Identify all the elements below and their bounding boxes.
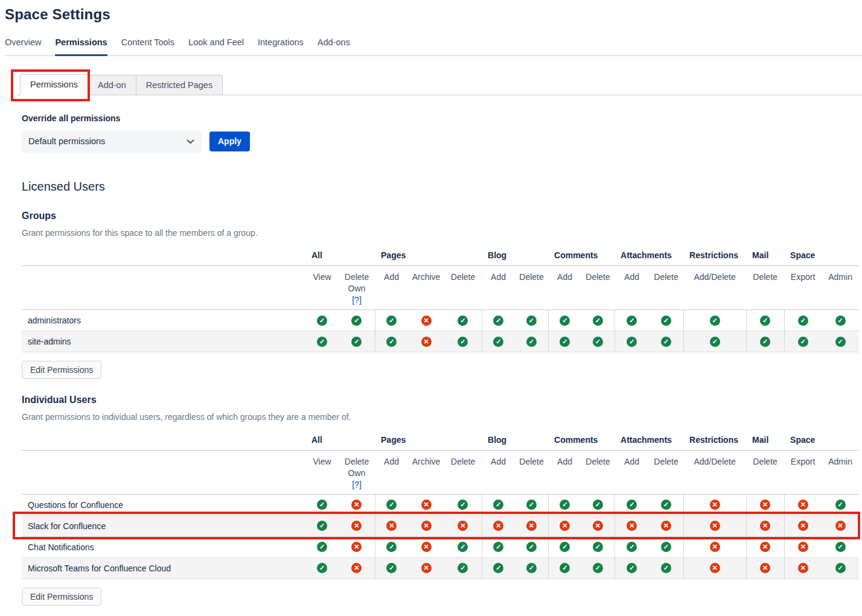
cross-icon: ✕ <box>593 521 603 531</box>
table-row-microsoft-teams-for-confluence-cloud: Microsoft Teams for Confluence Cloud✓✕✓✕… <box>22 557 859 579</box>
edit-individual-permissions-button[interactable]: Edit Permissions <box>22 588 101 606</box>
check-icon: ✓ <box>593 563 603 573</box>
check-icon: ✓ <box>526 500 537 510</box>
permission-cell: ✓ <box>822 331 859 352</box>
check-icon: ✓ <box>627 563 637 573</box>
permission-cell: ✕ <box>444 515 482 536</box>
tab-add-on[interactable]: Add-on <box>88 75 136 95</box>
permissions-dropdown-value: Default permissions <box>28 136 105 146</box>
permission-cell: ✓ <box>375 310 408 331</box>
column-header-add: Add <box>548 266 581 310</box>
permission-cell: ✕ <box>515 515 548 536</box>
permission-cell: ✓ <box>482 494 515 515</box>
cross-icon: ✕ <box>760 542 770 552</box>
annotation-box-permissions-tab <box>11 69 90 101</box>
row-name: Slack for Confluence <box>22 515 305 536</box>
permission-cell: ✓ <box>581 557 615 579</box>
permissions-dropdown[interactable]: Default permissions <box>22 130 202 153</box>
permission-cell: ✓ <box>339 331 375 352</box>
cross-icon: ✕ <box>351 542 362 552</box>
permission-cell: ✓ <box>581 494 615 515</box>
column-group-restrictions: Restrictions <box>683 246 746 266</box>
cross-icon: ✕ <box>627 521 637 531</box>
permission-cell: ✓ <box>746 331 784 352</box>
column-header-delete: Delete <box>444 450 482 494</box>
cross-icon: ✕ <box>526 521 537 531</box>
nav-item-look-and-feel[interactable]: Look and Feel <box>188 37 244 56</box>
check-icon: ✓ <box>458 500 468 510</box>
row-name: site-admins <box>22 331 305 352</box>
name-column-header <box>22 430 305 450</box>
nav-item-integrations[interactable]: Integrations <box>258 37 304 56</box>
delete-own-help-link[interactable]: [?] <box>339 294 375 306</box>
groups-permissions-table: AllPagesBlogCommentsAttachmentsRestricti… <box>22 246 859 353</box>
tab-permissions[interactable]: Permissions <box>20 74 88 95</box>
permission-cell: ✓ <box>305 331 339 352</box>
row-name: Chat Notifications <box>22 536 305 557</box>
check-icon: ✓ <box>835 337 846 347</box>
nav-item-content-tools[interactable]: Content Tools <box>121 37 174 56</box>
permission-cell: ✕ <box>408 557 444 579</box>
tab-restricted-pages[interactable]: Restricted Pages <box>136 75 223 95</box>
permission-cell: ✓ <box>548 331 581 352</box>
permission-cell: ✓ <box>615 557 649 579</box>
cross-icon: ✕ <box>421 521 432 531</box>
check-icon: ✓ <box>458 542 468 552</box>
check-icon: ✓ <box>317 316 327 326</box>
nav-item-permissions[interactable]: Permissions <box>55 37 107 56</box>
groups-description: Grant permissions for this space to all … <box>22 228 862 238</box>
check-icon: ✓ <box>458 563 468 573</box>
check-icon: ✓ <box>627 500 637 510</box>
nav-item-overview[interactable]: Overview <box>5 37 41 56</box>
column-header-add: Add <box>615 266 649 310</box>
column-group-pages: Pages <box>375 430 482 450</box>
delete-own-help-link[interactable]: [?] <box>339 479 375 491</box>
permission-cell: ✓ <box>683 310 746 331</box>
permission-cell: ✓ <box>444 557 482 579</box>
cross-icon: ✕ <box>798 500 808 510</box>
check-icon: ✓ <box>526 316 537 326</box>
permission-cell: ✓ <box>375 494 408 515</box>
check-icon: ✓ <box>835 563 846 573</box>
check-icon: ✓ <box>593 316 603 326</box>
column-header-delete: Delete <box>746 266 784 310</box>
column-header-delete-own: Delete Own[?] <box>339 450 375 494</box>
permission-cell: ✕ <box>375 515 408 536</box>
permission-cell: ✓ <box>581 310 615 331</box>
cross-icon: ✕ <box>760 521 770 531</box>
permission-cell: ✓ <box>649 536 683 557</box>
check-icon: ✓ <box>661 337 671 347</box>
permission-cell: ✓ <box>822 536 859 557</box>
permission-cell: ✓ <box>305 557 339 579</box>
check-icon: ✓ <box>493 337 503 347</box>
column-header-delete-own: Delete Own[?] <box>339 266 375 310</box>
permission-cell: ✕ <box>784 494 822 515</box>
cross-icon: ✕ <box>661 521 671 531</box>
check-icon: ✓ <box>386 500 397 510</box>
permission-cell: ✕ <box>683 515 746 536</box>
permission-cell: ✕ <box>339 536 375 557</box>
apply-button[interactable]: Apply <box>209 132 250 151</box>
check-icon: ✓ <box>798 316 808 326</box>
cross-icon: ✕ <box>421 563 432 573</box>
cross-icon: ✕ <box>710 563 720 573</box>
permission-cell: ✓ <box>822 310 859 331</box>
permission-cell: ✓ <box>649 310 683 331</box>
cross-icon: ✕ <box>351 521 362 531</box>
permission-cell: ✕ <box>548 515 581 536</box>
cross-icon: ✕ <box>798 563 808 573</box>
permission-cell: ✕ <box>683 557 746 579</box>
column-group-all: All <box>305 430 375 450</box>
permission-cell: ✓ <box>482 536 515 557</box>
check-icon: ✓ <box>627 337 637 347</box>
check-icon: ✓ <box>798 337 808 347</box>
check-icon: ✓ <box>317 337 327 347</box>
column-header-delete: Delete <box>581 266 615 310</box>
edit-groups-permissions-button[interactable]: Edit Permissions <box>22 361 101 379</box>
permission-cell: ✕ <box>746 557 784 579</box>
permission-cell: ✕ <box>408 331 444 352</box>
nav-item-add-ons[interactable]: Add-ons <box>318 37 350 56</box>
column-group-comments: Comments <box>548 246 615 266</box>
check-icon: ✓ <box>710 316 720 326</box>
permission-cell: ✓ <box>615 494 649 515</box>
